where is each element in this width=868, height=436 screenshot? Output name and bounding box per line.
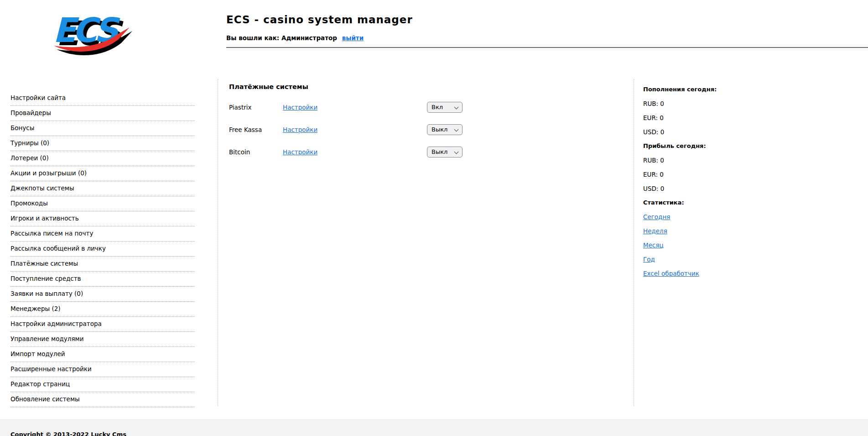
statistics-link[interactable]: Месяц xyxy=(643,242,664,249)
sidebar-item[interactable]: Турниры (0) xyxy=(10,136,195,151)
sidebar-item[interactable]: Обновление системы xyxy=(10,392,195,407)
sidebar-item[interactable]: Поступление средств xyxy=(10,272,195,287)
sidebar-menu: Настройки сайтаПровайдерыБонусыТурниры (… xyxy=(10,91,195,407)
footer: Copyright © 2013-2022 Lucky Cms xyxy=(0,419,868,436)
sidebar-item[interactable]: Игроки и активность xyxy=(10,211,195,226)
deposit-amount: RUB: 0 xyxy=(643,100,789,114)
logout-link[interactable]: выйти xyxy=(342,34,364,42)
sidebar-item[interactable]: Настройки администратора xyxy=(10,317,195,332)
payment-rows: PiastrixНастройкиВклFree KassaНастройкиВ… xyxy=(229,96,463,163)
profit-today-title: Прибыль сегодня: xyxy=(643,142,789,157)
right-content-divider xyxy=(634,79,634,406)
profit-amount: RUB: 0 xyxy=(643,157,789,171)
sidebar-item[interactable]: Импорт модулей xyxy=(10,347,195,362)
sidebar-item[interactable]: Рассылка писем на почту xyxy=(10,226,195,242)
profit-today-lines: RUB: 0EUR: 0USD: 0 xyxy=(643,157,789,199)
profit-amount: EUR: 0 xyxy=(643,171,789,185)
sidebar-item[interactable]: Джекпоты системы xyxy=(10,181,195,196)
statistics-link[interactable]: Сегодня xyxy=(643,213,670,221)
sidebar-item[interactable]: Промокоды xyxy=(10,196,195,211)
sidebar-item[interactable]: Рассылка сообщений в личку xyxy=(10,242,195,257)
copyright-text: Copyright © 2013-2022 Lucky Cms xyxy=(10,431,126,436)
sidebar-item[interactable]: Управление модулями xyxy=(10,332,195,347)
sidebar-item[interactable]: Редактор страниц xyxy=(10,377,195,392)
payment-settings-link[interactable]: Настройки xyxy=(283,104,317,111)
sidebar-item[interactable]: Менеджеры (2) xyxy=(10,302,195,317)
page-title: ECS - casino system manager xyxy=(226,14,413,26)
statistics-link-row: Неделя xyxy=(643,227,789,242)
deposits-today-lines: RUB: 0EUR: 0USD: 0 xyxy=(643,100,789,142)
payment-state-select-wrap: Выкл xyxy=(427,147,463,158)
ecs-logo-icon: ECS ECS xyxy=(50,6,133,58)
header-divider xyxy=(226,47,868,48)
deposit-amount: EUR: 0 xyxy=(643,114,789,128)
sidebar-item[interactable]: Провайдеры xyxy=(10,106,195,121)
statistics-link-row: Сегодня xyxy=(643,213,789,227)
payment-settings-link[interactable]: Настройки xyxy=(283,148,317,156)
payment-settings-link[interactable]: Настройки xyxy=(283,126,317,133)
statistics-link-row: Excel обработчик xyxy=(643,270,789,284)
payment-state-select[interactable]: Вкл xyxy=(427,102,463,113)
payment-row: BitcoinНастройкиВыкл xyxy=(229,141,463,163)
payment-state-select-wrap: Вкл xyxy=(427,102,463,113)
payment-state-select-wrap: Выкл xyxy=(427,124,463,135)
sidebar-item[interactable]: Настройки сайта xyxy=(10,91,195,106)
statistics-link[interactable]: Excel обработчик xyxy=(643,270,699,277)
sidebar-item[interactable]: Лотереи (0) xyxy=(10,151,195,166)
login-status: Вы вошли как: Администратор выйти xyxy=(226,34,364,42)
payment-name: Bitcoin xyxy=(229,148,283,156)
sidebar-item[interactable]: Бонусы xyxy=(10,121,195,136)
payment-row: PiastrixНастройкиВкл xyxy=(229,96,463,118)
statistics-title: Статистика: xyxy=(643,199,789,213)
statistics-links: СегодняНеделяМесяцГодExcel обработчик xyxy=(643,213,789,284)
stats-panel: Пополнения сегодня: RUB: 0EUR: 0USD: 0 П… xyxy=(643,86,789,284)
statistics-link[interactable]: Неделя xyxy=(643,227,667,235)
sidebar-item[interactable]: Расширенные настройки xyxy=(10,362,195,377)
admin-page: { "header": { "logo_text": "ECS", "title… xyxy=(0,0,868,436)
sidebar-item[interactable]: Платёжные системы xyxy=(10,257,195,272)
payment-state-select[interactable]: Выкл xyxy=(427,124,463,135)
ecs-logo: ECS ECS xyxy=(50,6,133,58)
statistics-link[interactable]: Год xyxy=(643,256,655,263)
sidebar-item[interactable]: Заявки на выплату (0) xyxy=(10,287,195,302)
statistics-link-row: Месяц xyxy=(643,242,789,256)
left-content-divider xyxy=(218,79,218,406)
payment-state-select[interactable]: Выкл xyxy=(427,147,463,158)
payments-section-title: Платёжные системы xyxy=(229,83,308,90)
statistics-link-row: Год xyxy=(643,256,789,270)
payment-row: Free KassaНастройкиВыкл xyxy=(229,118,463,141)
login-status-label: Вы вошли как: Администратор xyxy=(226,34,337,42)
profit-amount: USD: 0 xyxy=(643,185,789,199)
payment-name: Free Kassa xyxy=(229,126,283,133)
deposit-amount: USD: 0 xyxy=(643,128,789,142)
deposits-today-title: Пополнения сегодня: xyxy=(643,86,789,100)
sidebar-item[interactable]: Акции и розыгрыши (0) xyxy=(10,166,195,181)
payment-name: Piastrix xyxy=(229,104,283,111)
